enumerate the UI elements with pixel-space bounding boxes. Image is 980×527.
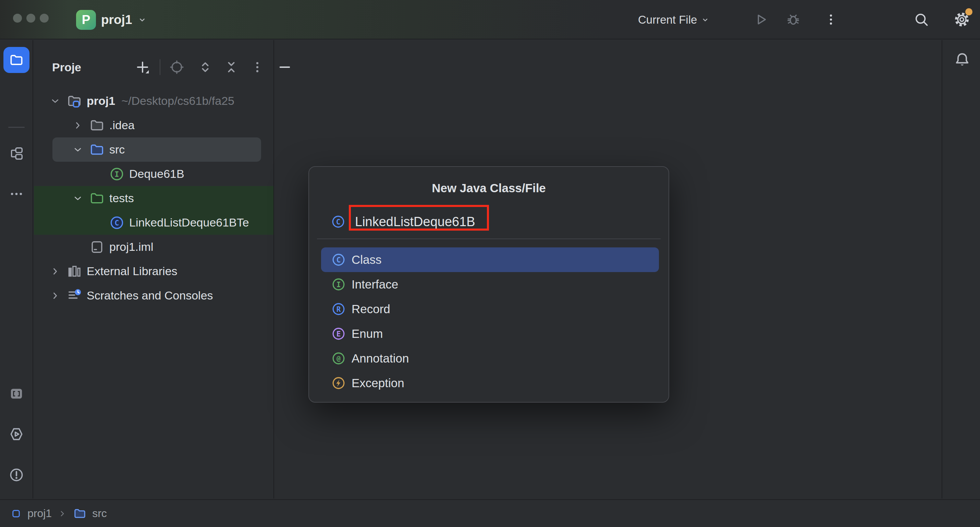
svg-text:C: C [115,219,119,227]
java-class-icon: C [329,252,347,267]
java-exception-icon [329,375,347,391]
tree-item-label: proj1.iml [109,240,153,253]
expand-all-button[interactable] [196,58,214,76]
more-tool-windows-button[interactable] [3,181,29,207]
tree-item-tests[interactable]: tests [34,186,274,210]
chevron-right-icon[interactable] [70,118,85,133]
chevron-right-icon[interactable] [48,264,63,279]
scratches-icon [65,288,83,304]
list-item-label: Record [352,302,390,316]
list-item-exception[interactable]: Exception [309,371,668,395]
file-type-list: C Class I Interface R [309,247,668,395]
folder-blue-icon [73,507,87,521]
run-configuration-widget[interactable]: Current File [638,0,710,40]
java-interface-icon: I [329,277,347,292]
annotation-red-box [349,205,489,231]
tree-item-external-libraries[interactable]: External Libraries [34,259,274,283]
right-stripe-divider [942,40,942,498]
tree-item-label: tests [109,191,134,205]
run-button[interactable] [751,10,771,29]
ellipsis-icon [9,186,24,202]
tree-item-scratches-consoles[interactable]: Scratches and Consoles [34,283,274,308]
add-button[interactable] [134,58,151,76]
title-bar: P proj1 Current File [0,0,980,40]
structure-tool-button[interactable] [3,140,29,167]
chevron-down-icon[interactable] [48,94,63,108]
services-tool-button[interactable] [3,421,29,447]
search-everywhere-button[interactable] [912,10,931,29]
chevron-down-icon [700,15,710,25]
terminal-brackets-icon [9,386,24,401]
project-tree: proj1~/Desktop/cs61b/fa25 .idea [34,89,274,308]
project-widget[interactable]: P proj1 [76,0,147,40]
list-item-class[interactable]: C Class [309,247,668,272]
chevron-down-icon[interactable] [70,191,85,206]
project-path: ~/Desktop/cs61b/fa25 [121,94,234,107]
breadcrumb-folder[interactable]: src [92,507,107,520]
chevron-right-icon[interactable] [48,288,63,303]
tree-item-idea[interactable]: .idea [34,113,274,137]
window-close-button[interactable] [13,14,22,22]
window-zoom-button[interactable] [40,14,49,22]
test-root-folder-icon [88,191,106,206]
list-item-label: Class [352,253,382,267]
list-item-interface[interactable]: I Interface [309,272,668,297]
structure-icon [9,146,24,161]
project-tool-window: Proje [34,40,274,498]
tree-item-linkedlistdeque61btest[interactable]: C LinkedListDeque61BTe [34,210,274,235]
folder-icon [9,53,24,67]
java-record-icon: R [329,301,347,317]
tree-item-label: Scratches and Consoles [87,289,213,302]
tree-item-label: LinkedListDeque61BTe [129,216,249,229]
locate-file-button[interactable] [168,58,186,76]
debug-button[interactable] [783,10,803,29]
activity-bar [0,40,33,498]
list-item-record[interactable]: R Record [309,297,668,322]
tree-item-label: .idea [109,119,135,132]
svg-text:@: @ [336,355,340,363]
panel-title: Proje [52,57,81,77]
activity-bar-divider [8,127,25,128]
svg-text:C: C [336,218,340,226]
project-tool-button[interactable] [3,47,29,73]
tree-item-label: src [109,143,125,156]
list-item-enum[interactable]: E Enum [309,322,668,346]
collapse-all-button[interactable] [223,58,240,76]
project-name: proj1 [101,13,132,27]
list-item-annotation[interactable]: @ Annotation [309,346,668,371]
list-item-label: Interface [352,277,398,291]
class-name-input-row: C LinkedListDeque61B [309,209,668,234]
list-item-label: Enum [352,327,383,341]
java-annotation-icon: @ [329,350,347,366]
hide-panel-button[interactable] [276,58,294,76]
java-class-icon: C [108,215,126,231]
window-controls[interactable] [13,14,49,22]
new-java-class-dialog: New Java Class/File C LinkedListDeque61B… [309,166,669,403]
tree-item-label: Deque61B [129,167,185,181]
chevron-down-icon [137,15,147,25]
tree-item-proj1-iml[interactable]: proj1.iml [34,235,274,259]
panel-options-button[interactable] [248,58,266,76]
intellij-window: P proj1 Current File [0,0,980,527]
tree-item-label: proj1~/Desktop/cs61b/fa25 [87,94,234,108]
problems-tool-button[interactable] [3,462,29,488]
tree-item-deque61b[interactable]: I Deque61B [34,162,274,186]
chevron-down-icon[interactable] [70,142,85,157]
window-minimize-button[interactable] [26,14,35,22]
more-actions-button[interactable] [821,10,841,29]
svg-text:I: I [115,170,119,178]
tree-item-src[interactable]: src [34,137,274,162]
java-enum-icon: E [329,326,347,342]
libraries-icon [65,263,83,279]
terminal-tool-button[interactable] [3,381,29,407]
project-panel-header: Proje [34,57,274,77]
breadcrumb-project[interactable]: proj1 [27,507,52,520]
run-config-label: Current File [638,13,697,26]
tree-item-label: External Libraries [87,264,178,278]
settings-notification-badge [965,8,972,16]
notifications-icon[interactable] [953,51,971,68]
settings-button[interactable] [952,10,972,29]
iml-file-icon [88,239,106,255]
tree-item-proj1-root[interactable]: proj1~/Desktop/cs61b/fa25 [34,89,274,113]
svg-text:I: I [336,280,341,289]
